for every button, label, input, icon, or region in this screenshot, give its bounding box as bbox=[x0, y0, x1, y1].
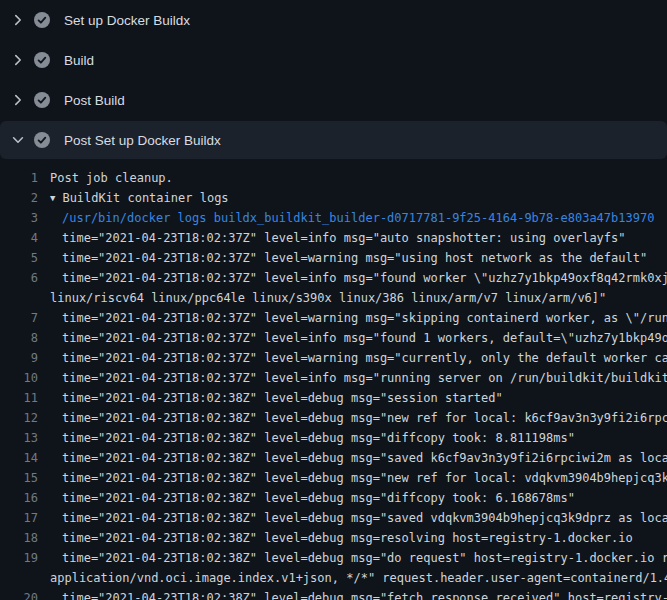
group-title[interactable]: BuildKit container logs bbox=[62, 191, 228, 205]
chevron-right-icon bbox=[10, 52, 26, 68]
line-number[interactable]: 9 bbox=[0, 351, 38, 365]
line-text: time="2021-04-23T18:02:38Z" level=debug … bbox=[62, 431, 575, 445]
log-line: 12 time="2021-04-23T18:02:38Z" level=deb… bbox=[0, 408, 667, 428]
chevron-down-icon bbox=[10, 132, 26, 148]
chevron-right-icon bbox=[10, 92, 26, 108]
line-number[interactable]: 3 bbox=[0, 211, 38, 225]
log-line: 11 time="2021-04-23T18:02:38Z" level=deb… bbox=[0, 388, 667, 408]
log-line: 1 Post job cleanup. bbox=[0, 168, 667, 188]
line-number[interactable]: 8 bbox=[0, 331, 38, 345]
step-header-set-up-docker-buildx[interactable]: Set up Docker Buildx bbox=[0, 0, 667, 40]
line-number[interactable]: 4 bbox=[0, 231, 38, 245]
line-number[interactable]: 1 bbox=[0, 171, 38, 185]
line-text: time="2021-04-23T18:02:38Z" level=debug … bbox=[62, 591, 667, 600]
line-text: time="2021-04-23T18:02:37Z" level=info m… bbox=[62, 371, 667, 385]
log-line: 6 time="2021-04-23T18:02:37Z" level=info… bbox=[0, 268, 667, 288]
line-text: time="2021-04-23T18:02:37Z" level=info m… bbox=[62, 271, 667, 285]
log-line: 7 time="2021-04-23T18:02:37Z" level=warn… bbox=[0, 308, 667, 328]
line-number[interactable]: 7 bbox=[0, 311, 38, 325]
line-number[interactable]: 16 bbox=[0, 491, 38, 505]
line-number[interactable]: 2 bbox=[0, 191, 38, 205]
log-line: 13 time="2021-04-23T18:02:38Z" level=deb… bbox=[0, 428, 667, 448]
log-line: 17 time="2021-04-23T18:02:38Z" level=deb… bbox=[0, 508, 667, 528]
step-header-build[interactable]: Build bbox=[0, 40, 667, 80]
log-command-line: 3 /usr/bin/docker logs buildx_buildkit_b… bbox=[0, 208, 667, 228]
line-number[interactable]: 17 bbox=[0, 511, 38, 525]
line-text: application/vnd.oci.image.index.v1+json,… bbox=[50, 571, 667, 585]
step-label: Build bbox=[64, 53, 94, 68]
line-text: time="2021-04-23T18:02:37Z" level=info m… bbox=[62, 231, 626, 245]
line-text: time="2021-04-23T18:02:37Z" level=warnin… bbox=[62, 351, 667, 365]
step-header-post-build[interactable]: Post Build bbox=[0, 80, 667, 120]
line-text: /usr/bin/docker logs buildx_buildkit_bui… bbox=[62, 211, 654, 225]
log-line: 8 time="2021-04-23T18:02:37Z" level=info… bbox=[0, 328, 667, 348]
line-text: time="2021-04-23T18:02:38Z" level=debug … bbox=[62, 411, 667, 425]
line-text: time="2021-04-23T18:02:38Z" level=debug … bbox=[62, 491, 575, 505]
log-line: 20 time="2021-04-23T18:02:38Z" level=deb… bbox=[0, 588, 667, 600]
group-expanded-triangle-icon[interactable]: ▼ bbox=[50, 193, 55, 203]
line-text: time="2021-04-23T18:02:37Z" level=info m… bbox=[62, 331, 667, 345]
line-number[interactable]: 20 bbox=[0, 591, 38, 600]
log-line: 9 time="2021-04-23T18:02:37Z" level=warn… bbox=[0, 348, 667, 368]
line-number[interactable]: 14 bbox=[0, 451, 38, 465]
log-line: application/vnd.oci.image.index.v1+json,… bbox=[0, 568, 667, 588]
line-number[interactable]: 10 bbox=[0, 371, 38, 385]
log-line: 16 time="2021-04-23T18:02:38Z" level=deb… bbox=[0, 488, 667, 508]
check-circle-icon bbox=[34, 92, 50, 108]
line-number[interactable]: 18 bbox=[0, 531, 38, 545]
step-label: Post Set up Docker Buildx bbox=[64, 133, 221, 148]
line-number[interactable]: 5 bbox=[0, 251, 38, 265]
line-text: Post job cleanup. bbox=[50, 171, 173, 185]
log-line: 18 time="2021-04-23T18:02:38Z" level=deb… bbox=[0, 528, 667, 548]
line-number[interactable]: 13 bbox=[0, 431, 38, 445]
check-circle-icon bbox=[34, 132, 50, 148]
line-number[interactable]: 15 bbox=[0, 471, 38, 485]
log-viewer: 1 Post job cleanup. 2 ▼BuildKit containe… bbox=[0, 160, 667, 600]
line-text: time="2021-04-23T18:02:38Z" level=debug … bbox=[62, 511, 667, 525]
log-line: 19 time="2021-04-23T18:02:38Z" level=deb… bbox=[0, 548, 667, 568]
log-line: 10 time="2021-04-23T18:02:37Z" level=inf… bbox=[0, 368, 667, 388]
log-line: linux/riscv64 linux/ppc64le linux/s390x … bbox=[0, 288, 667, 308]
steps-list: Set up Docker Buildx Build Post Build Po… bbox=[0, 0, 667, 159]
check-circle-icon bbox=[34, 52, 50, 68]
step-header-post-set-up-docker-buildx[interactable]: Post Set up Docker Buildx bbox=[0, 121, 667, 159]
log-line: 14 time="2021-04-23T18:02:38Z" level=deb… bbox=[0, 448, 667, 468]
line-text[interactable]: ▼BuildKit container logs bbox=[50, 191, 229, 205]
line-number[interactable]: 11 bbox=[0, 391, 38, 405]
line-text: time="2021-04-23T18:02:38Z" level=debug … bbox=[62, 391, 503, 405]
line-text: time="2021-04-23T18:02:37Z" level=warnin… bbox=[62, 251, 647, 265]
chevron-right-icon bbox=[10, 12, 26, 28]
step-label: Post Build bbox=[64, 93, 125, 108]
line-number[interactable]: 12 bbox=[0, 411, 38, 425]
step-label: Set up Docker Buildx bbox=[64, 13, 190, 28]
line-text: time="2021-04-23T18:02:38Z" level=debug … bbox=[62, 451, 667, 465]
log-line: 4 time="2021-04-23T18:02:37Z" level=info… bbox=[0, 228, 667, 248]
check-circle-icon bbox=[34, 12, 50, 28]
log-line: 15 time="2021-04-23T18:02:38Z" level=deb… bbox=[0, 468, 667, 488]
log-line: 5 time="2021-04-23T18:02:37Z" level=warn… bbox=[0, 248, 667, 268]
line-number[interactable]: 19 bbox=[0, 551, 38, 565]
line-text: time="2021-04-23T18:02:38Z" level=debug … bbox=[62, 551, 667, 565]
line-text: time="2021-04-23T18:02:38Z" level=debug … bbox=[62, 531, 633, 545]
line-number[interactable]: 6 bbox=[0, 271, 38, 285]
log-group-line: 2 ▼BuildKit container logs bbox=[0, 188, 667, 208]
line-text: time="2021-04-23T18:02:38Z" level=debug … bbox=[62, 471, 667, 485]
line-text: linux/riscv64 linux/ppc64le linux/s390x … bbox=[50, 291, 606, 305]
line-text: time="2021-04-23T18:02:37Z" level=warnin… bbox=[62, 311, 667, 325]
